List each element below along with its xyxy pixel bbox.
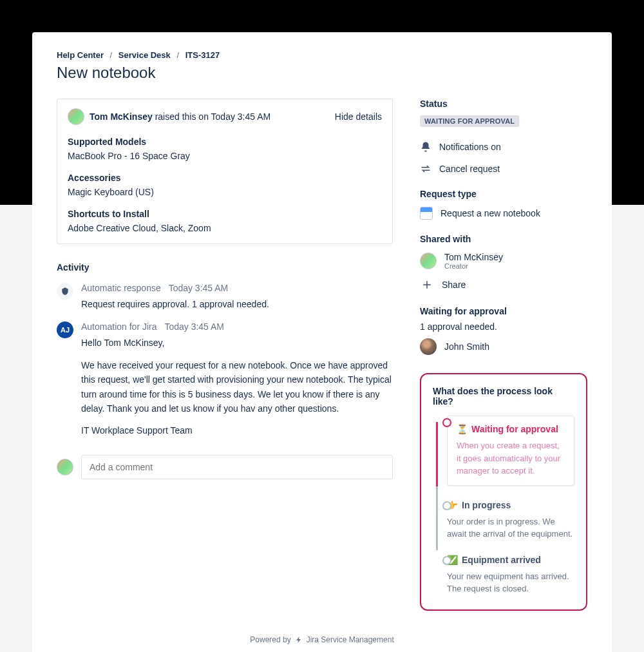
swap-icon: [420, 163, 431, 175]
step-desc: Your order is in progress. We await the …: [447, 515, 574, 541]
page-title: New notebook: [57, 64, 587, 82]
shared-user-name: Tom McKinsey: [444, 252, 503, 262]
ticket-details-box: Tom McKinsey raised this on Today 3:45 A…: [57, 99, 393, 244]
status-label: Status: [420, 99, 587, 109]
breadcrumb-help-center[interactable]: Help Center: [57, 50, 104, 60]
footer: Powered by Jira Service Management: [57, 635, 587, 644]
notifications-label: Notifications on: [439, 142, 501, 152]
process-timeline: ⏳ Waiting for approval When you create a…: [433, 416, 574, 595]
request-type-label: Request type: [420, 189, 587, 199]
activity-date: Today 3:45 AM: [164, 321, 224, 332]
jira-bolt-icon: [295, 636, 303, 644]
activity-author: Automatic response: [81, 283, 161, 293]
timeline-step-current: ⏳ Waiting for approval When you create a…: [447, 416, 574, 486]
process-callout: What does the process look like? ⏳ Waiti…: [420, 373, 587, 611]
timeline-dot: [442, 418, 451, 427]
activity-body-line: IT Workplace Support Team: [81, 423, 393, 437]
activity-body: Request requires approval. 1 approval ne…: [81, 297, 393, 311]
product-name: Jira Service Management: [307, 635, 394, 644]
notifications-toggle[interactable]: Notifications on: [420, 141, 587, 153]
reporter-avatar: [68, 108, 84, 125]
bot-icon: [61, 287, 70, 296]
activity-date: Today 3:45 AM: [169, 283, 229, 293]
activity-heading: Activity: [57, 262, 393, 273]
breadcrumb-sep: /: [110, 50, 113, 60]
reporter-name: Tom McKinsey: [90, 111, 153, 122]
activity-author: Automation for Jira: [81, 321, 157, 332]
callout-title: What does the process look like?: [433, 386, 574, 407]
activity-item: AJ Automation for Jira Today 3:45 AM Hel…: [57, 321, 393, 437]
approver-name: John Smith: [444, 341, 489, 352]
share-label: Share: [442, 280, 466, 290]
breadcrumb: Help Center / Service Desk / ITS-3127: [57, 50, 587, 60]
cancel-label: Cancel request: [439, 164, 500, 174]
field-value-shortcuts: Adobe Creative Cloud, Slack, Zoom: [68, 223, 382, 233]
activity-meta: Automatic response Today 3:45 AM: [81, 283, 393, 293]
activity-body-line: Request requires approval. 1 approval ne…: [81, 297, 393, 311]
activity-body: Hello Tom McKinsey, We have received you…: [81, 336, 393, 437]
hide-details-toggle[interactable]: Hide details: [335, 111, 382, 122]
request-type-value: Request a new notebook: [440, 208, 540, 218]
timeline-dot: [442, 501, 451, 510]
activity-body-line: Hello Tom McKinsey,: [81, 336, 393, 350]
approver-avatar: [420, 338, 437, 355]
shared-with-label: Shared with: [420, 234, 587, 244]
breadcrumb-issue-key[interactable]: ITS-3127: [185, 50, 220, 60]
comment-input[interactable]: [81, 455, 393, 479]
raised-on-text: raised this on Today 3:45 AM: [153, 111, 270, 122]
step-title: In progress: [462, 500, 511, 510]
field-value-accessories: Magic Keyboard (US): [68, 187, 382, 197]
shared-user-avatar: [420, 253, 437, 269]
bot-avatar: [57, 283, 73, 300]
step-title: Waiting for approval: [471, 424, 558, 434]
approval-needed-text: 1 approval needed.: [420, 321, 587, 332]
raised-by-text: Tom McKinsey raised this on Today 3:45 A…: [90, 111, 270, 122]
sidebar: Status WAITING FOR APPROVAL Notification…: [420, 99, 587, 611]
powered-by-text: Powered by: [250, 635, 290, 644]
field-label-supported: Supported Models: [68, 137, 382, 147]
activity-item: Automatic response Today 3:45 AM Request…: [57, 283, 393, 311]
plus-icon: [420, 278, 434, 292]
cancel-request-button[interactable]: Cancel request: [420, 163, 587, 175]
main-card: Help Center / Service Desk / ITS-3127 Ne…: [32, 32, 612, 652]
main-column: Tom McKinsey raised this on Today 3:45 A…: [57, 99, 393, 611]
field-value-supported: MacBook Pro - 16 Space Gray: [68, 151, 382, 161]
field-label-shortcuts: Shortcuts to Install: [68, 209, 382, 219]
bell-icon: [420, 141, 431, 153]
field-label-accessories: Accessories: [68, 173, 382, 183]
activity-body-line: We have received your request for a new …: [81, 358, 393, 416]
hourglass-icon: ⏳: [457, 424, 468, 434]
activity-meta: Automation for Jira Today 3:45 AM: [81, 321, 393, 332]
step-title: Equipment arrived: [462, 555, 541, 565]
current-user-avatar: [57, 459, 73, 475]
timeline-dot: [442, 556, 451, 565]
breadcrumb-sep: /: [176, 50, 179, 60]
request-type-icon: [420, 207, 433, 220]
shared-user-role: Creator: [444, 262, 503, 270]
step-desc: Your new equipment has arrived. The requ…: [447, 570, 574, 595]
waiting-approval-label: Waiting for approval: [420, 306, 587, 316]
breadcrumb-service-desk[interactable]: Service Desk: [118, 50, 171, 60]
step-desc: When you create a request, it goes autom…: [457, 439, 565, 477]
automation-avatar: AJ: [57, 321, 73, 338]
comment-row: [57, 455, 393, 479]
share-button[interactable]: Share: [420, 278, 587, 292]
status-badge: WAITING FOR APPROVAL: [420, 115, 519, 127]
